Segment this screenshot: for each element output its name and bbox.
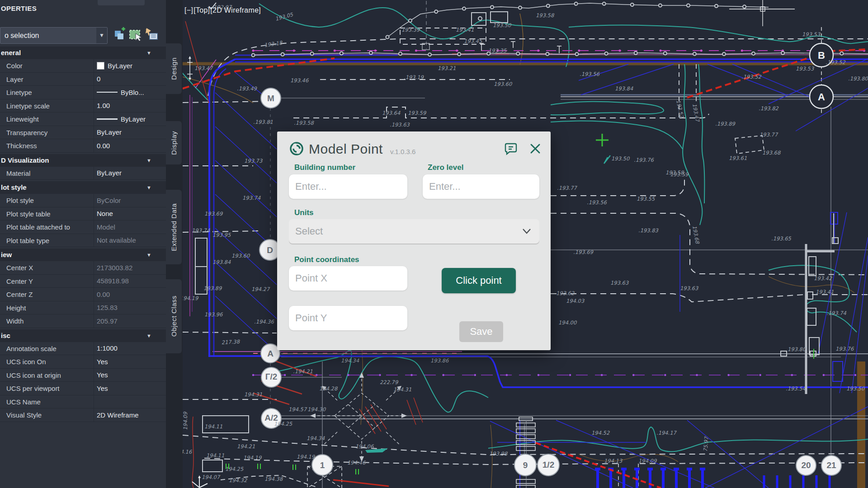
dialog-title: Model Point	[309, 141, 383, 157]
prop-label: Transparency	[0, 126, 94, 139]
prop-value[interactable]: 1.00	[94, 99, 166, 113]
select-objects-icon	[128, 26, 143, 44]
collapse-icon[interactable]: ▼	[146, 329, 151, 342]
prop-value[interactable]: ByLayer	[94, 59, 166, 72]
point-y-input[interactable]	[289, 306, 407, 330]
chevron-down-icon[interactable]: ▼	[96, 28, 107, 43]
collapse-icon[interactable]: ▼	[146, 154, 151, 167]
elevation-label: 194.07	[202, 474, 221, 480]
palette-tab-label: Design	[170, 57, 178, 80]
svg-text:A: A	[267, 349, 274, 358]
prop-value[interactable]: Yes	[94, 369, 166, 382]
prop-label: Lineweight	[0, 113, 94, 126]
grid-bubble: 1	[312, 455, 333, 475]
prop-row: Linetype scale1.00	[0, 99, 166, 113]
grid-bubble: 1/2	[538, 454, 559, 476]
elevation-label: 194.11	[204, 423, 222, 430]
close-button[interactable]	[528, 142, 543, 156]
palette-tab-design[interactable]: Design	[166, 43, 182, 94]
elevation-label: .193.74	[826, 310, 847, 316]
toggle-pickadd-button[interactable]	[112, 26, 127, 44]
prop-value[interactable]: ByBlo...	[94, 86, 166, 99]
elevation-label: 193.39	[401, 27, 420, 33]
viewport-visual-style-control[interactable]: [2D Wireframe]	[210, 6, 261, 14]
svg-text:1/2: 1/2	[542, 460, 554, 469]
elevation-label: 193.50	[493, 22, 512, 28]
dialog-version: v.1.0.3.6	[390, 148, 415, 155]
units-select[interactable]: Select	[289, 219, 539, 244]
prop-label: Linetype scale	[0, 99, 94, 113]
model-point-dialog: Model Point v.1.0.3.6 Building number Ze…	[277, 131, 551, 350]
prop-label: UCS Name	[0, 395, 94, 408]
elevation-label: 193.80	[788, 346, 807, 352]
svg-text:M: M	[267, 94, 274, 103]
prop-value[interactable]: ByLayer	[94, 113, 166, 126]
prop-value[interactable]: 1:1000	[94, 342, 166, 355]
elevation-label: 194.34	[307, 435, 325, 441]
prop-value[interactable]: None	[94, 207, 166, 221]
prop-row: Annotation scale1:1000	[0, 342, 166, 356]
prop-row: LineweightByLayer	[0, 113, 166, 126]
collapse-icon[interactable]: ▼	[146, 249, 151, 261]
prop-value[interactable]: 0.00	[94, 139, 166, 152]
palette-tab-display[interactable]: Display	[166, 121, 182, 164]
grid-bubble: M	[261, 88, 281, 108]
feedback-button[interactable]	[504, 142, 519, 156]
elevation-label: 193.21	[438, 65, 456, 71]
point-x-input[interactable]	[289, 266, 407, 291]
prop-label: Plot style table	[0, 207, 94, 221]
collapse-icon[interactable]: ▼	[146, 47, 151, 59]
section-header[interactable]: lot style▼	[0, 181, 166, 194]
quick-select-button[interactable]	[144, 26, 158, 44]
prop-row: Plot style tableNone	[0, 207, 166, 221]
viewport-minus-control[interactable]: [−]	[184, 6, 193, 14]
collapse-icon[interactable]: ▼	[146, 181, 151, 194]
prop-sections: eneral▼ColorByLayerLayer0LinetypeByBlo..…	[0, 47, 166, 423]
zero-level-input[interactable]	[423, 174, 539, 199]
select-objects-button[interactable]	[128, 26, 143, 44]
elevation-label: .193.56	[580, 71, 600, 77]
building-number-input[interactable]	[289, 174, 407, 199]
elevation-label: .193.63	[390, 122, 410, 128]
elevation-label: .193.89	[715, 121, 736, 127]
prop-value[interactable]: Yes	[94, 355, 166, 368]
linetype-glyph	[97, 92, 118, 93]
elevation-label: 194.52	[591, 430, 610, 436]
elevation-label: 194.06	[355, 443, 374, 450]
zero-level-label: Zero level	[428, 163, 463, 172]
prop-row: Visual Style2D Wireframe	[0, 408, 166, 422]
section-header[interactable]: iew▼	[0, 249, 166, 261]
prop-value[interactable]	[94, 395, 166, 408]
selection-dropdown[interactable]: o selection ▼	[0, 27, 108, 44]
prop-value[interactable]: ByLayer	[94, 126, 166, 139]
viewport-view-control[interactable]: [Top]	[193, 6, 210, 14]
palette-tab-object-class[interactable]: Object Class	[166, 279, 182, 353]
elevation-label: 194.34	[341, 357, 359, 364]
elevation-label: 222.79	[380, 379, 399, 385]
grid-bubble: Г/2	[261, 367, 281, 387]
elevation-label: .193.83	[638, 227, 659, 234]
elevation-label: 194.19	[297, 454, 316, 460]
prop-value[interactable]: Yes	[94, 382, 166, 395]
prop-value[interactable]: ByLayer	[94, 167, 166, 180]
section-header[interactable]: eneral▼	[0, 47, 166, 59]
elevation-label: .194.17	[656, 430, 677, 436]
click-point-button[interactable]: Click point	[442, 268, 516, 293]
prop-value: 458918.98	[94, 275, 166, 288]
section-header[interactable]: D Visualization▼	[0, 154, 166, 167]
elevation-label: 193.62	[556, 290, 575, 296]
quick-select-icon	[144, 26, 158, 44]
elevation-label: 193.77	[760, 131, 778, 138]
elevation-label: 194.19	[180, 295, 199, 301]
prop-row: Thickness0.00	[0, 139, 166, 153]
prop-label: Annotation scale	[0, 342, 94, 355]
prop-value[interactable]: 0	[94, 73, 166, 86]
palette-tab-extended-data[interactable]: Extended Data	[166, 190, 182, 264]
section-header[interactable]: isc▼	[0, 329, 166, 342]
prop-value[interactable]: 2D Wireframe	[94, 408, 166, 422]
elevation-label: 193.98	[489, 450, 508, 457]
prop-row: MaterialByLayer	[0, 167, 166, 180]
speech-bubble-icon	[504, 142, 518, 155]
elevation-label: 194.30	[307, 406, 326, 413]
save-button[interactable]: Save	[459, 321, 503, 342]
